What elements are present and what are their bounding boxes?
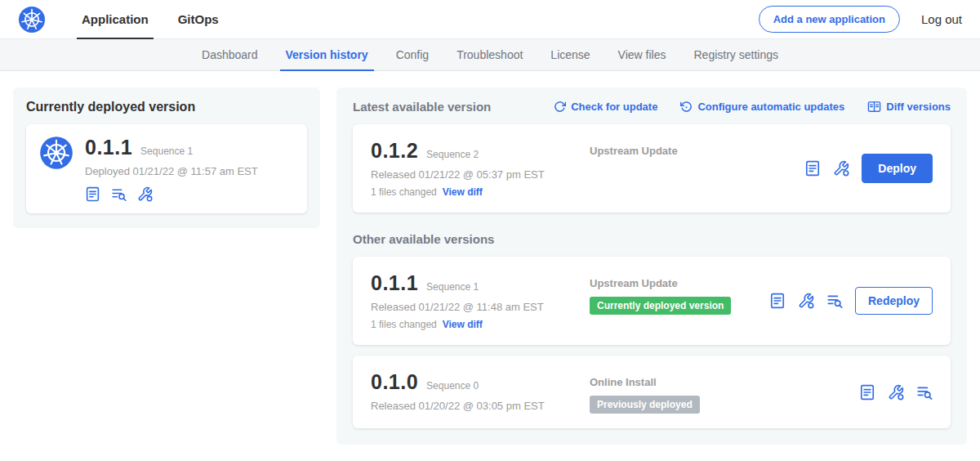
version-sequence: Sequence 1 — [426, 281, 479, 293]
top-header: Application GitOps Add a new application… — [0, 0, 980, 39]
released-timestamp: Released 01/21/22 @ 05:37 pm EST — [371, 168, 590, 181]
subnav-item-view-files[interactable]: View files — [604, 39, 680, 70]
version-source: Upstream Update — [590, 145, 804, 157]
kubernetes-logo-icon — [18, 6, 46, 34]
subnav-label: Dashboard — [202, 48, 258, 61]
released-timestamp: Released 01/20/22 @ 03:05 pm EST — [371, 400, 590, 412]
app-subnav: Dashboard Version history Config Trouble… — [0, 39, 980, 71]
currently-deployed-panel: Currently deployed version — [13, 87, 320, 228]
diff-icon — [867, 100, 881, 114]
tab-application-label: Application — [82, 12, 149, 26]
redeploy-button[interactable]: Redeploy — [855, 287, 933, 315]
release-notes-icon[interactable] — [859, 384, 875, 401]
files-changed: 1 files changed — [371, 186, 437, 198]
refresh-icon — [554, 101, 566, 113]
view-files-icon[interactable] — [826, 293, 843, 309]
edit-config-icon[interactable] — [833, 160, 849, 177]
main-content: Currently deployed version — [0, 71, 980, 461]
subnav-item-dashboard[interactable]: Dashboard — [188, 39, 272, 70]
version-sequence: Sequence 0 — [426, 380, 479, 392]
deployed-panel-title: Currently deployed version — [26, 100, 307, 114]
subnav-label: License — [550, 48, 590, 61]
subnav-label: View files — [618, 48, 666, 61]
view-files-icon[interactable] — [916, 384, 933, 401]
edit-config-icon[interactable] — [798, 293, 814, 309]
diff-versions-link[interactable]: Diff versions — [867, 100, 951, 114]
available-versions-panel: Latest available version Check for updat… — [336, 87, 967, 445]
subnav-label: Config — [396, 48, 429, 61]
deployed-version-number: 0.1.1 — [85, 136, 132, 159]
deployed-timestamp: Deployed 01/21/22 @ 11:57 am EST — [85, 165, 258, 177]
version-sequence: Sequence 2 — [426, 149, 479, 160]
check-for-update-label: Check for update — [571, 101, 657, 113]
auto-update-icon — [680, 101, 693, 113]
release-notes-icon[interactable] — [804, 160, 821, 177]
subnav-item-config[interactable]: Config — [382, 39, 443, 70]
subnav-item-version-history[interactable]: Version history — [272, 39, 382, 70]
edit-config-icon[interactable] — [888, 384, 904, 401]
subnav-label: Registry settings — [694, 48, 778, 61]
check-for-update-link[interactable]: Check for update — [554, 100, 657, 114]
edit-config-icon[interactable] — [137, 186, 153, 202]
release-notes-icon[interactable] — [769, 293, 786, 309]
diff-versions-label: Diff versions — [886, 101, 951, 113]
version-number: 0.1.2 — [371, 139, 418, 163]
add-new-application-button[interactable]: Add a new application — [759, 6, 900, 33]
subnav-item-registry-settings[interactable]: Registry settings — [680, 39, 792, 70]
tab-gitops[interactable]: GitOps — [163, 0, 234, 39]
released-timestamp: Released 01/21/22 @ 11:48 am EST — [371, 301, 590, 313]
previously-deployed-badge: Previously deployed — [590, 396, 700, 414]
configure-updates-label: Configure automatic updates — [697, 101, 844, 113]
subnav-label: Version history — [286, 48, 368, 61]
deployed-sequence: Sequence 1 — [140, 145, 193, 157]
version-number: 0.1.0 — [371, 370, 418, 394]
version-source: Online Install — [590, 376, 859, 388]
view-diff-link[interactable]: View diff — [443, 186, 483, 198]
subnav-item-troubleshoot[interactable]: Troubleshoot — [443, 39, 537, 70]
files-changed: 1 files changed — [371, 319, 437, 330]
latest-available-title: Latest available version — [353, 100, 491, 114]
version-source: Upstream Update — [590, 277, 769, 289]
configure-automatic-updates-link[interactable]: Configure automatic updates — [680, 100, 844, 114]
deploy-button[interactable]: Deploy — [862, 154, 933, 183]
version-card-0-1-1: 0.1.1 Sequence 1 Released 01/21/22 @ 11:… — [353, 257, 951, 345]
logout-link[interactable]: Log out — [921, 12, 962, 26]
view-diff-link[interactable]: View diff — [443, 319, 483, 330]
view-files-icon[interactable] — [111, 186, 127, 202]
tab-gitops-label: GitOps — [178, 12, 219, 26]
release-notes-icon[interactable] — [85, 186, 100, 202]
version-card-0-1-2: 0.1.2 Sequence 2 Released 01/21/22 @ 05:… — [353, 124, 951, 213]
other-versions-title: Other available versions — [353, 232, 951, 246]
currently-deployed-badge: Currently deployed version — [590, 297, 731, 315]
version-number: 0.1.1 — [371, 271, 418, 295]
subnav-label: Troubleshoot — [457, 48, 523, 61]
app-logo-icon — [39, 136, 74, 202]
deployed-version-card: 0.1.1 Sequence 1 Deployed 01/21/22 @ 11:… — [26, 124, 307, 213]
tab-application[interactable]: Application — [67, 0, 163, 39]
version-card-0-1-0: 0.1.0 Sequence 0 Released 01/20/22 @ 03:… — [353, 356, 951, 428]
subnav-item-license[interactable]: License — [537, 39, 604, 70]
